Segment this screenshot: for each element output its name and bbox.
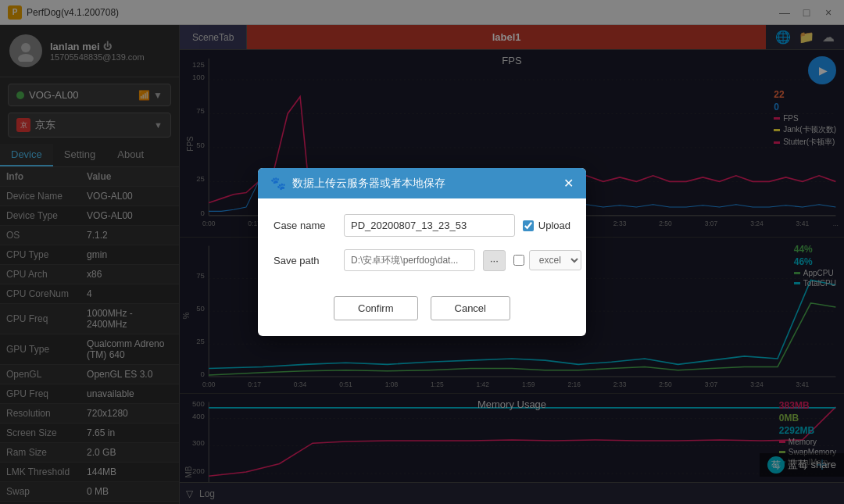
modal-casename-input[interactable] bbox=[344, 214, 515, 237]
modal-body: Case name Upload Save path ··· excel bbox=[258, 198, 586, 296]
modal-browse-button[interactable]: ··· bbox=[483, 250, 506, 271]
modal-title: 数据上传云服务器或者本地保存 bbox=[292, 177, 445, 191]
modal-excel-checkbox[interactable] bbox=[513, 255, 524, 266]
modal-savepath-input[interactable] bbox=[344, 249, 475, 271]
modal-dialog: 🐾 数据上传云服务器或者本地保存 ✕ Case name Upload Save… bbox=[258, 168, 586, 336]
modal-upload-checkbox[interactable] bbox=[523, 220, 534, 231]
modal-footer: Confirm Cancel bbox=[258, 296, 586, 336]
modal-casename-label: Case name bbox=[274, 220, 336, 231]
modal-savepath-label: Save path bbox=[274, 255, 336, 266]
modal-savepath-row: Save path ··· excel bbox=[274, 249, 570, 271]
modal-header: 🐾 数据上传云服务器或者本地保存 ✕ bbox=[258, 168, 586, 198]
modal-close-button[interactable]: ✕ bbox=[563, 176, 574, 191]
modal-confirm-button[interactable]: Confirm bbox=[334, 296, 418, 320]
modal-casename-row: Case name Upload bbox=[274, 214, 570, 237]
modal-logo-icon: 🐾 bbox=[270, 176, 286, 191]
modal-cancel-button[interactable]: Cancel bbox=[431, 296, 510, 320]
modal-excel-select[interactable]: excel bbox=[529, 250, 581, 270]
modal-overlay: 🐾 数据上传云服务器或者本地保存 ✕ Case name Upload Save… bbox=[0, 0, 844, 504]
modal-upload-label: Upload bbox=[538, 220, 570, 231]
